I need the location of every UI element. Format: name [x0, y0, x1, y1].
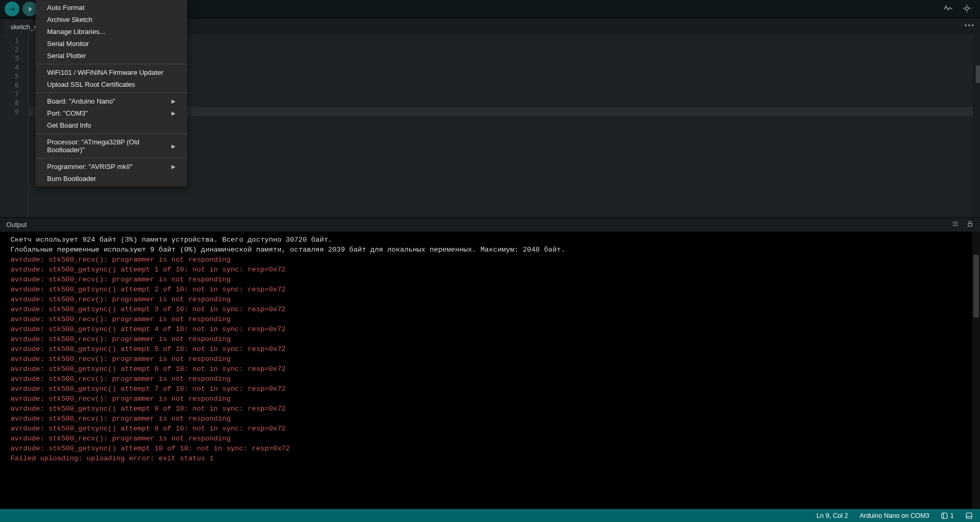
serial-plotter-icon[interactable] [943, 4, 953, 15]
chevron-right-icon: ▶ [171, 110, 176, 116]
status-notification[interactable]: 1 [941, 512, 954, 519]
svg-point-0 [965, 7, 969, 10]
line-gutter: 123456789 [0, 34, 29, 217]
menu-port[interactable]: Port: "COM3"▶ [36, 107, 187, 119]
menu-get-board-info[interactable]: Get Board Info [36, 119, 187, 131]
tab-menu-icon[interactable]: ••• [964, 21, 975, 29]
menu-serial-monitor[interactable]: Serial Monitor [36, 38, 187, 50]
output-console[interactable]: Скетч использует 924 байт (3%) памяти ус… [0, 232, 980, 509]
menu-separator [36, 64, 187, 64]
output-lock-icon[interactable] [966, 220, 974, 229]
output-wrap-icon[interactable] [952, 220, 959, 229]
status-board[interactable]: Arduino Nano on COM3 [860, 512, 929, 519]
verify-button[interactable] [5, 2, 19, 16]
console-scrollbar-thumb[interactable] [973, 255, 979, 317]
output-header: Output [0, 217, 980, 232]
menu-separator [36, 133, 187, 134]
svg-rect-2 [942, 513, 948, 518]
console-scrollbar[interactable] [972, 232, 980, 509]
status-close-panel-icon[interactable] [965, 512, 973, 519]
svg-rect-1 [969, 223, 972, 226]
status-cursor-pos: Ln 9, Col 2 [816, 512, 848, 519]
status-bar: Ln 9, Col 2 Arduino Nano on COM3 1 [0, 509, 980, 522]
chevron-right-icon: ▶ [171, 98, 176, 104]
chevron-right-icon: ▶ [171, 164, 176, 169]
menu-burn-bootloader[interactable]: Burn Bootloader [36, 173, 187, 185]
menu-auto-format[interactable]: Auto Format [36, 2, 187, 14]
play-icon [26, 5, 34, 13]
status-notification-count: 1 [950, 512, 954, 519]
menu-board[interactable]: Board: "Arduino Nano"▶ [36, 95, 187, 107]
menu-wifi-updater[interactable]: WiFi101 / WiFiNINA Firmware Updater [36, 66, 187, 78]
editor-scrollbar[interactable] [973, 34, 980, 217]
output-title: Output [6, 221, 27, 229]
svg-rect-3 [966, 513, 972, 518]
menu-processor[interactable]: Processor: "ATmega328P (Old Bootloader)"… [36, 136, 187, 156]
upload-button[interactable] [22, 2, 37, 16]
arrow-right-icon [8, 5, 16, 13]
menu-programmer[interactable]: Programmer: "AVRISP mkII"▶ [36, 161, 187, 173]
chevron-right-icon: ▶ [171, 143, 176, 149]
tools-menu: Auto Format Archive Sketch Manage Librar… [36, 0, 187, 186]
menu-upload-certs[interactable]: Upload SSL Root Certificates [36, 78, 187, 90]
serial-monitor-icon[interactable] [962, 4, 972, 15]
menu-separator [36, 158, 187, 158]
menu-separator [36, 93, 187, 93]
menu-manage-libraries[interactable]: Manage Libraries... [36, 26, 187, 38]
scrollbar-thumb[interactable] [976, 65, 980, 83]
menu-serial-plotter[interactable]: Serial Plotter [36, 50, 187, 62]
menu-archive-sketch[interactable]: Archive Sketch [36, 14, 187, 26]
